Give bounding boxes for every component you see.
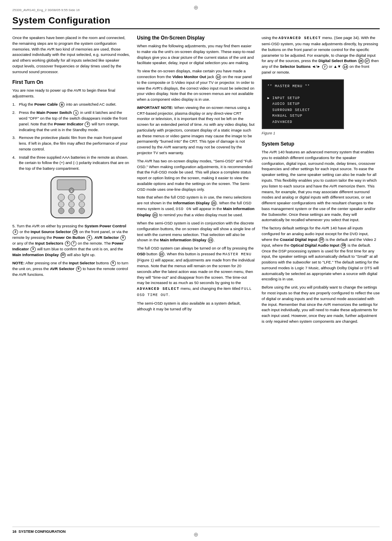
- video-monitor-badge: 12: [216, 74, 221, 80]
- page-container: ⊕ 25339_AVR140_Eng_2 30/08/05 9:55 Side …: [0, 0, 392, 541]
- header-left: 25339_AVR140_Eng_2 30/08/05 9:55 Side 16: [12, 8, 80, 12]
- step-1-badge: B: [59, 102, 65, 107]
- svg-point-8: [58, 208, 64, 214]
- svg-point-10: [79, 208, 85, 214]
- step-5-badge3: 4: [87, 235, 92, 240]
- system-setup-para-1: The AVR 140 features an advanced memory …: [262, 149, 380, 223]
- osd-line-4: SURROUND SELECT: [267, 107, 338, 113]
- badge-7: 7: [322, 64, 327, 69]
- intro-paragraph: Once the speakers have been placed in th…: [12, 35, 130, 74]
- step-5-badge5: 5: [65, 241, 70, 246]
- osd-para-2: To view the on-screen displays, make cer…: [137, 68, 255, 102]
- svg-point-5: [58, 201, 64, 207]
- osd-line-3: AUDIO SETUP: [267, 101, 338, 107]
- step-5: 5. Turn the AVR on either by pressing th…: [12, 223, 130, 258]
- step-5-input-source-label: Input Source Selector: [31, 229, 71, 234]
- advanced-select-text: ADVANCED SELECT: [137, 287, 180, 291]
- svg-point-7: [79, 201, 85, 207]
- osd-screen: ** MASTER MENU ** ▶ INPUT SETUP AUDIO SE…: [262, 79, 344, 129]
- step-2-badge1: 1: [73, 110, 78, 116]
- osd-line-6: ADVANCED: [267, 119, 338, 125]
- step-2-num: 2.: [12, 110, 16, 116]
- osd-important-note: IMPORTANT NOTE: When viewing the on-scre…: [137, 105, 255, 156]
- svg-point-2: [58, 194, 65, 201]
- step-2-power-indicator-label: Power Indicator: [54, 122, 83, 126]
- osd-on-text: OSD ON: [176, 207, 191, 211]
- step-1: 1. Plug the Power Cable B into an unswit…: [12, 102, 130, 107]
- content-layout: Once the speakers have been placed in th…: [12, 35, 380, 327]
- step-5-badge1: 2: [13, 229, 18, 235]
- svg-point-4: [78, 194, 85, 201]
- remote-svg: ▲: [39, 175, 104, 220]
- step-4: 4. Install the three supplied AAA batter…: [12, 155, 130, 171]
- badge-17: 17: [364, 58, 370, 64]
- osd-button-badge: 22: [159, 252, 164, 257]
- main-info-badge: 23: [152, 213, 158, 218]
- right-intro: using the ADVANCED SELECT menu. (See pag…: [262, 35, 380, 75]
- svg-point-3: [68, 194, 75, 201]
- system-setup-para-3: Before using the unit, you will probably…: [262, 284, 380, 324]
- osd-line-blank: [267, 90, 338, 95]
- osd-para-4: Note that when the full OSD system is in…: [137, 194, 255, 218]
- step-5-power-on-label: Power On Button: [53, 235, 85, 240]
- step-5-badge2: 15: [72, 229, 78, 235]
- reg-mark-top: ⊕: [194, 4, 198, 11]
- coaxial-badge: 20: [319, 237, 324, 243]
- step-2-badge2: 3: [85, 122, 90, 127]
- system-setup-heading: System Setup: [262, 141, 380, 147]
- step-5-input-selectors-label: Input Selectors: [35, 241, 63, 245]
- osd-para-3: The AVR has two on-screen display modes,…: [137, 158, 255, 192]
- svg-point-6: [69, 201, 74, 207]
- footer-number: 16 SYSTEM CONFIGURATION: [12, 529, 66, 534]
- coaxial-digital-label: Coaxial Digital Input: [280, 237, 317, 242]
- step-4-num: 4.: [12, 155, 16, 160]
- step-5-badge7: 3: [30, 247, 36, 252]
- video-monitor-out-label: Video Monitor Out: [172, 74, 206, 79]
- system-setup-para-2: The factory default settings for the AVR…: [262, 225, 380, 282]
- main-info-label2: Main Information Display: [160, 238, 206, 242]
- master-menu-text: MASTER MENU: [223, 252, 251, 257]
- step-3: 3. Remove the protective plastic film fr…: [12, 135, 130, 152]
- col-mid: Using the On-Screen Display When making …: [137, 35, 255, 314]
- col-left: Once the speakers have been placed in th…: [12, 35, 130, 280]
- using-osd-heading: Using the On-Screen Display: [137, 35, 255, 41]
- badge-25: 25: [358, 58, 364, 64]
- page-title: System Configuration: [12, 15, 380, 29]
- step-5-avr-selector-label: AVR Selector: [95, 235, 119, 240]
- step-5-badge4: 6: [120, 235, 126, 240]
- first-turn-on-heading: First Turn On: [12, 79, 130, 85]
- note-avr-selector-label: AVR Selector: [50, 266, 74, 271]
- optical-digital-label: Optical Digital Audio Input: [291, 243, 339, 247]
- svg-text:▲: ▲: [70, 190, 73, 192]
- osd-para-7: The semi-OSD system is also available as…: [137, 301, 255, 312]
- selector-buttons-label: Selector buttons: [280, 64, 311, 69]
- osd-para-5: When the semi-OSD system is used in conj…: [137, 220, 255, 243]
- remote-image: ▲: [12, 175, 130, 220]
- digital-select-button-label: Digital Select Button: [318, 58, 357, 63]
- step-5-badge6: 7: [71, 241, 76, 246]
- osd-line-1: ** MASTER MENU **: [267, 83, 338, 89]
- step-2-main-power-label: Main Power Switch: [37, 110, 72, 115]
- advanced-select-right: ADVANCED SELECT: [279, 36, 321, 40]
- osd-para-6: The full OSD system can always be turned…: [137, 245, 255, 298]
- step-3-num: 3.: [12, 135, 16, 141]
- note-label: NOTE:: [12, 261, 25, 265]
- info-display-label: Information Display: [173, 201, 210, 205]
- osd-para-1: When making the following adjustments, y…: [137, 43, 255, 66]
- setup-steps: 1. Plug the Power Cable B into an unswit…: [12, 102, 130, 171]
- step-1-num: 1.: [12, 102, 16, 107]
- badge-14: 14: [343, 64, 348, 69]
- note-input-selector-label: Input Selector: [69, 261, 95, 265]
- step-2: 2. Press the Main Power Switch 1 in unti…: [12, 110, 130, 133]
- step-5-badge8: 23: [60, 252, 66, 258]
- main-info-badge2: 23: [208, 238, 213, 243]
- svg-point-9: [69, 208, 74, 214]
- step-5-note: NOTE: After pressing one of the Input Se…: [12, 260, 130, 277]
- osd-button-label: OSD: [137, 252, 145, 256]
- col-right: using the ADVANCED SELECT menu. (See pag…: [262, 35, 380, 327]
- step-1-power-cable-label: Power Cable: [35, 102, 58, 106]
- note-badge2: 6: [76, 266, 81, 272]
- reg-mark-bottom: ⊕: [194, 531, 198, 538]
- step-5-system-power-label: System Power Control: [85, 224, 126, 228]
- osd-line-2: ▶ INPUT SETUP: [267, 95, 338, 101]
